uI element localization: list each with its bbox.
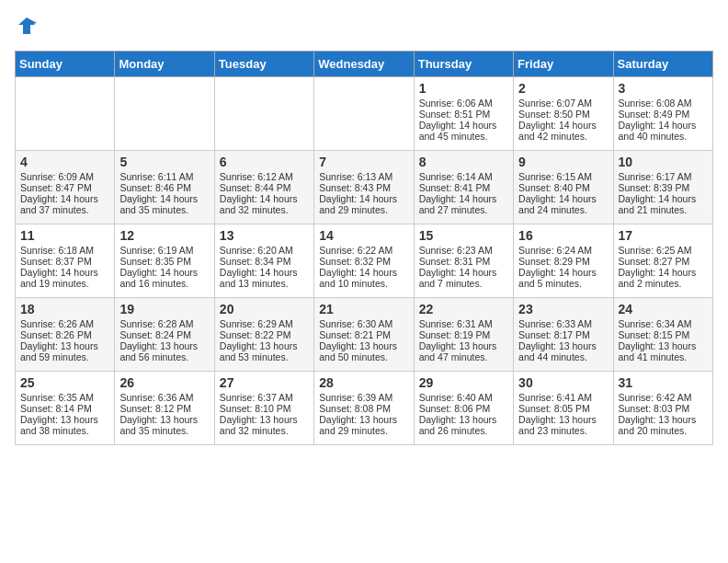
- cell-info-line: Sunrise: 6:36 AM: [119, 392, 209, 403]
- cell-info-line: Sunrise: 6:29 AM: [220, 318, 309, 329]
- cell-info-line: Sunset: 8:44 PM: [220, 182, 309, 193]
- cell-info-line: Sunset: 8:32 PM: [319, 256, 408, 267]
- cell-info-line: Daylight: 13 hours and 41 minutes.: [619, 340, 708, 362]
- cell-info-line: Sunrise: 6:23 AM: [419, 245, 508, 256]
- day-number: 19: [119, 302, 209, 316]
- cell-info-line: Daylight: 13 hours and 50 minutes.: [319, 340, 408, 362]
- cell-info-line: Daylight: 13 hours and 32 minutes.: [220, 414, 309, 436]
- calendar-cell: 28Sunrise: 6:39 AMSunset: 8:08 PMDayligh…: [314, 371, 414, 444]
- cell-info-line: Sunrise: 6:15 AM: [518, 171, 608, 182]
- day-number: 7: [319, 155, 408, 169]
- cell-info-line: Daylight: 14 hours and 29 minutes.: [319, 193, 408, 215]
- cell-info-line: Daylight: 13 hours and 23 minutes.: [518, 414, 608, 436]
- day-number: 20: [220, 302, 309, 316]
- cell-info-line: Daylight: 13 hours and 35 minutes.: [119, 414, 209, 436]
- cell-info-line: Daylight: 14 hours and 5 minutes.: [518, 267, 608, 289]
- cell-info-line: Sunrise: 6:25 AM: [619, 245, 708, 256]
- calendar-week-row: 4Sunrise: 6:09 AMSunset: 8:47 PMDaylight…: [16, 150, 713, 224]
- cell-info-line: Sunset: 8:41 PM: [419, 182, 508, 193]
- cell-info-line: Sunrise: 6:33 AM: [518, 318, 608, 329]
- cell-info-line: Daylight: 13 hours and 59 minutes.: [20, 340, 109, 362]
- day-number: 26: [119, 375, 209, 390]
- cell-info-line: Sunrise: 6:13 AM: [319, 171, 408, 182]
- calendar-cell: 6Sunrise: 6:12 AMSunset: 8:44 PMDaylight…: [214, 150, 313, 224]
- cell-info-line: Sunrise: 6:09 AM: [20, 171, 109, 182]
- cell-info-line: Daylight: 13 hours and 44 minutes.: [518, 340, 608, 362]
- cell-info-line: Sunset: 8:51 PM: [419, 109, 508, 120]
- day-number: 25: [20, 375, 109, 390]
- day-number: 24: [619, 302, 708, 316]
- logo-text-block: [15, 15, 37, 40]
- day-number: 21: [319, 302, 408, 316]
- calendar-cell: 2Sunrise: 6:07 AMSunset: 8:50 PMDaylight…: [514, 76, 613, 150]
- cell-info-line: Sunrise: 6:17 AM: [619, 171, 708, 182]
- day-number: 6: [220, 155, 309, 169]
- svg-marker-0: [18, 17, 35, 34]
- calendar-cell: 13Sunrise: 6:20 AMSunset: 8:34 PMDayligh…: [214, 224, 313, 297]
- calendar-cell: 4Sunrise: 6:09 AMSunset: 8:47 PMDaylight…: [16, 150, 115, 224]
- cell-info-line: Daylight: 14 hours and 40 minutes.: [619, 120, 708, 142]
- cell-info-line: Sunrise: 6:37 AM: [220, 392, 309, 403]
- cell-info-line: Daylight: 13 hours and 26 minutes.: [419, 414, 508, 436]
- cell-info-line: Sunrise: 6:19 AM: [119, 245, 209, 256]
- cell-info-line: Sunset: 8:46 PM: [119, 182, 209, 193]
- day-header-saturday: Saturday: [613, 51, 712, 76]
- calendar-cell: 22Sunrise: 6:31 AMSunset: 8:19 PMDayligh…: [414, 297, 513, 371]
- calendar-cell: 5Sunrise: 6:11 AMSunset: 8:46 PMDaylight…: [115, 150, 214, 224]
- day-number: 30: [518, 375, 608, 390]
- cell-info-line: Sunrise: 6:14 AM: [419, 171, 508, 182]
- calendar-header-row: SundayMondayTuesdayWednesdayThursdayFrid…: [16, 51, 713, 76]
- calendar-cell: [214, 76, 313, 150]
- cell-info-line: Sunset: 8:49 PM: [619, 109, 708, 120]
- cell-info-line: Daylight: 14 hours and 32 minutes.: [220, 193, 309, 215]
- cell-info-line: Daylight: 13 hours and 20 minutes.: [619, 414, 708, 436]
- day-number: 22: [419, 302, 508, 316]
- cell-info-line: Sunset: 8:50 PM: [518, 109, 608, 120]
- cell-info-line: Sunrise: 6:39 AM: [319, 392, 408, 403]
- day-header-thursday: Thursday: [414, 51, 513, 76]
- calendar-cell: 16Sunrise: 6:24 AMSunset: 8:29 PMDayligh…: [514, 224, 613, 297]
- calendar-week-row: 25Sunrise: 6:35 AMSunset: 8:14 PMDayligh…: [16, 371, 713, 444]
- cell-info-line: Sunset: 8:03 PM: [619, 403, 708, 414]
- cell-info-line: Sunset: 8:19 PM: [419, 329, 508, 340]
- day-number: 5: [119, 155, 209, 169]
- cell-info-line: Daylight: 13 hours and 29 minutes.: [319, 414, 408, 436]
- cell-info-line: Daylight: 14 hours and 45 minutes.: [419, 120, 508, 142]
- cell-info-line: Daylight: 13 hours and 38 minutes.: [20, 414, 109, 436]
- calendar-cell: 25Sunrise: 6:35 AMSunset: 8:14 PMDayligh…: [16, 371, 115, 444]
- calendar-cell: [16, 76, 115, 150]
- day-number: 3: [619, 81, 708, 96]
- cell-info-line: Sunset: 8:14 PM: [20, 403, 109, 414]
- cell-info-line: Daylight: 14 hours and 21 minutes.: [619, 193, 708, 215]
- cell-info-line: Daylight: 13 hours and 53 minutes.: [220, 340, 309, 362]
- calendar-cell: 12Sunrise: 6:19 AMSunset: 8:35 PMDayligh…: [115, 224, 214, 297]
- cell-info-line: Sunrise: 6:12 AM: [220, 171, 309, 182]
- cell-info-line: Sunset: 8:27 PM: [619, 256, 708, 267]
- cell-info-line: Sunset: 8:26 PM: [20, 329, 109, 340]
- cell-info-line: Sunrise: 6:20 AM: [220, 245, 309, 256]
- calendar-cell: 20Sunrise: 6:29 AMSunset: 8:22 PMDayligh…: [214, 297, 313, 371]
- cell-info-line: Sunrise: 6:35 AM: [20, 392, 109, 403]
- calendar-cell: 7Sunrise: 6:13 AMSunset: 8:43 PMDaylight…: [314, 150, 414, 224]
- cell-info-line: Daylight: 13 hours and 47 minutes.: [419, 340, 508, 362]
- day-number: 10: [619, 155, 708, 169]
- cell-info-line: Sunset: 8:43 PM: [319, 182, 408, 193]
- calendar-cell: 29Sunrise: 6:40 AMSunset: 8:06 PMDayligh…: [414, 371, 513, 444]
- cell-info-line: Sunset: 8:34 PM: [220, 256, 309, 267]
- day-number: 28: [319, 375, 408, 390]
- calendar-cell: 24Sunrise: 6:34 AMSunset: 8:15 PMDayligh…: [613, 297, 712, 371]
- day-number: 9: [518, 155, 608, 169]
- calendar-cell: 30Sunrise: 6:41 AMSunset: 8:05 PMDayligh…: [514, 371, 613, 444]
- calendar-week-row: 11Sunrise: 6:18 AMSunset: 8:37 PMDayligh…: [16, 224, 713, 297]
- cell-info-line: Daylight: 14 hours and 42 minutes.: [518, 120, 608, 142]
- cell-info-line: Sunrise: 6:28 AM: [119, 318, 209, 329]
- calendar-cell: [115, 76, 214, 150]
- cell-info-line: Sunset: 8:08 PM: [319, 403, 408, 414]
- cell-info-line: Sunrise: 6:08 AM: [619, 98, 708, 109]
- page-header: [15, 15, 713, 40]
- cell-info-line: Daylight: 14 hours and 13 minutes.: [220, 267, 309, 289]
- cell-info-line: Sunrise: 6:07 AM: [518, 98, 608, 109]
- calendar-week-row: 1Sunrise: 6:06 AMSunset: 8:51 PMDaylight…: [16, 76, 713, 150]
- calendar-cell: 9Sunrise: 6:15 AMSunset: 8:40 PMDaylight…: [514, 150, 613, 224]
- cell-info-line: Sunset: 8:12 PM: [119, 403, 209, 414]
